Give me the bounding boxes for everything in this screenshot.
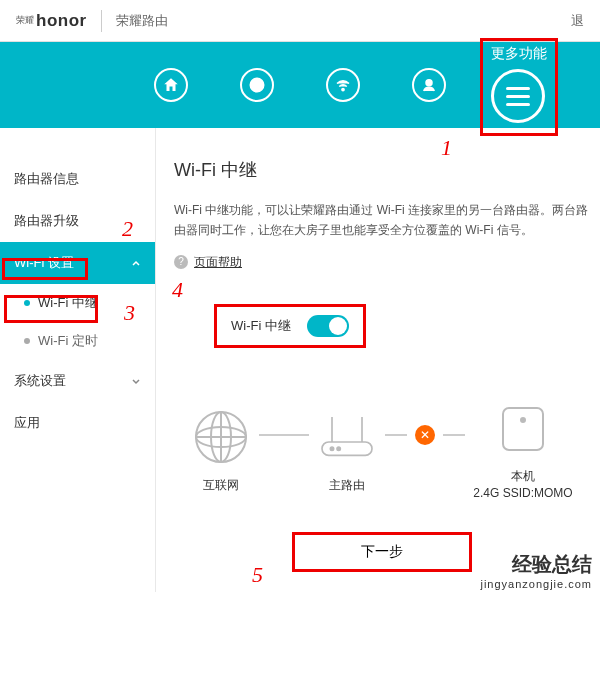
- top-header: 荣耀 honor 荣耀路由 退: [0, 0, 600, 42]
- svg-point-11: [331, 447, 334, 450]
- brand-prefix: 荣耀: [16, 14, 34, 27]
- network-diagram: 互联网 主路由 ✕ 本机 2.4G SSID:MOMO: [174, 398, 590, 502]
- annotation-2: 2: [122, 216, 133, 242]
- sidebar: 路由器信息 路由器升级 Wi-Fi 设置 Wi-Fi 中继 Wi-Fi 定时 系…: [0, 128, 156, 592]
- svg-point-2: [426, 80, 432, 86]
- diagram-this-device: 本机 2.4G SSID:MOMO: [473, 398, 572, 502]
- repeater-toggle-highlight: Wi-Fi 中继: [214, 304, 366, 348]
- sidebar-item-label: 路由器信息: [14, 170, 79, 188]
- more-menu-button[interactable]: [491, 69, 545, 123]
- annotation-2-box: [2, 258, 88, 280]
- diagram-internet-label: 互联网: [203, 477, 239, 494]
- device-icon: [493, 398, 553, 458]
- user-icon[interactable]: [412, 68, 446, 102]
- sidebar-item-system-settings[interactable]: 系统设置: [0, 360, 155, 402]
- sidebar-sub-label: Wi-Fi 定时: [38, 332, 98, 350]
- chevron-down-icon: [131, 376, 141, 386]
- bullet-icon: [24, 338, 30, 344]
- globe-icon[interactable]: [240, 68, 274, 102]
- toggle-label: Wi-Fi 中继: [231, 317, 291, 335]
- connection-line: [443, 434, 465, 436]
- annotation-4: 4: [172, 277, 183, 303]
- page-description: Wi-Fi 中继功能，可以让荣耀路由通过 Wi-Fi 连接家里的另一台路由器。两…: [174, 200, 590, 241]
- connection-broken-icon: ✕: [415, 425, 435, 445]
- diagram-internet: 互联网: [191, 407, 251, 494]
- help-row: ? 页面帮助: [174, 255, 590, 271]
- sidebar-item-router-info[interactable]: 路由器信息: [0, 158, 155, 200]
- sidebar-item-label: 路由器升级: [14, 212, 79, 230]
- diagram-main-router: 主路由: [317, 407, 377, 494]
- svg-point-1: [342, 88, 344, 90]
- sidebar-sub-wifi-schedule[interactable]: Wi-Fi 定时: [0, 322, 155, 360]
- connection-line: [259, 434, 309, 436]
- navbar: 更多功能: [0, 42, 600, 128]
- router-icon: [317, 407, 377, 467]
- repeater-toggle[interactable]: [307, 315, 349, 337]
- annotation-5: 5: [252, 562, 263, 588]
- watermark-sub: jingyanzongjie.com: [480, 578, 592, 590]
- help-icon: ?: [174, 255, 188, 269]
- next-button[interactable]: 下一步: [292, 532, 472, 572]
- watermark-main: 经验总结: [480, 551, 592, 578]
- watermark: 经验总结 jingyanzongjie.com: [480, 551, 592, 590]
- connection-line: [385, 434, 407, 436]
- help-link[interactable]: 页面帮助: [194, 255, 242, 271]
- more-menu-highlight: 更多功能: [480, 38, 558, 136]
- internet-icon: [191, 407, 251, 467]
- chevron-up-icon: [131, 258, 141, 268]
- annotation-3: 3: [124, 300, 135, 326]
- main-content: Wi-Fi 中继 Wi-Fi 中继功能，可以让荣耀路由通过 Wi-Fi 连接家里…: [156, 128, 600, 592]
- svg-point-12: [337, 447, 340, 450]
- header-divider: [101, 10, 102, 32]
- sidebar-item-label: 应用: [14, 414, 40, 432]
- more-menu-label: 更多功能: [491, 45, 547, 63]
- page-title: Wi-Fi 中继: [174, 158, 590, 182]
- brand-logo: honor: [36, 11, 87, 31]
- sidebar-item-apps[interactable]: 应用: [0, 402, 155, 444]
- diagram-device-label: 本机 2.4G SSID:MOMO: [473, 468, 572, 502]
- svg-rect-13: [503, 408, 543, 450]
- home-icon[interactable]: [154, 68, 188, 102]
- logout-link[interactable]: 退: [571, 12, 584, 30]
- svg-point-14: [521, 418, 525, 422]
- diagram-router-label: 主路由: [329, 477, 365, 494]
- annotation-3-box: [4, 295, 98, 323]
- wifi-icon[interactable]: [326, 68, 360, 102]
- sidebar-item-label: 系统设置: [14, 372, 66, 390]
- product-name: 荣耀路由: [116, 12, 168, 30]
